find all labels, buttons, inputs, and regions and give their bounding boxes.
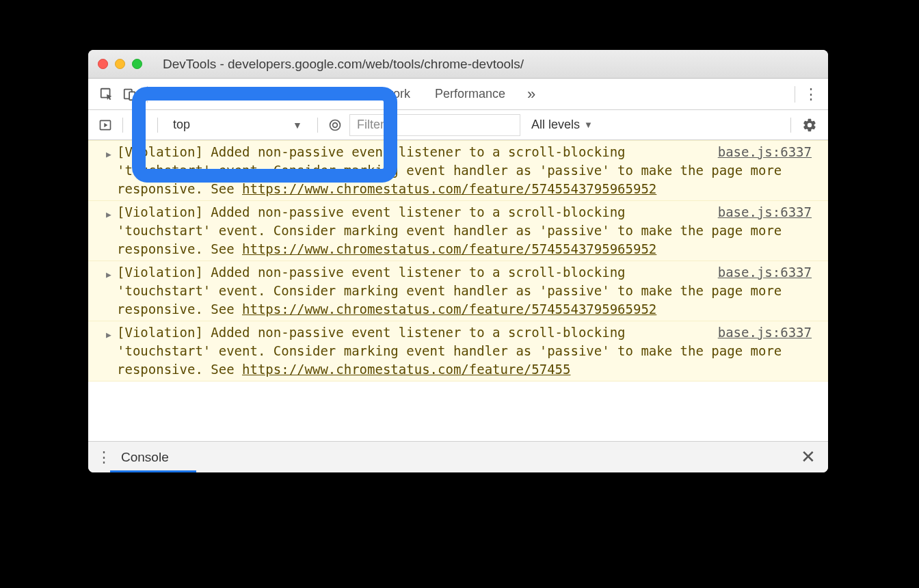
message-link[interactable]: https://www.chromestatus.com/feature/574… <box>242 181 656 196</box>
tab-network[interactable]: Network <box>353 79 423 109</box>
traffic-lights <box>98 59 142 69</box>
toggle-sidebar-icon[interactable] <box>95 115 116 135</box>
message-source-link[interactable]: base.js:6337 <box>718 263 812 282</box>
message-source-link[interactable]: base.js:6337 <box>718 203 812 222</box>
close-window-button[interactable] <box>98 59 108 69</box>
clear-console-icon[interactable] <box>130 115 150 135</box>
devtools-window: DevTools - developers.google.com/web/too… <box>88 50 828 472</box>
drawer-tab-console-label: Console <box>121 450 169 465</box>
drawer-menu-button[interactable]: ⋮ <box>95 449 113 466</box>
message-link[interactable]: https://www.chromestatus.com/feature/574… <box>242 241 656 256</box>
devtools-tabbar: ources Network Performance » ⋮ <box>88 79 828 110</box>
console-message[interactable]: ▶ base.js:6337 [Violation] Added non-pas… <box>88 201 828 261</box>
minimize-window-button[interactable] <box>115 59 125 69</box>
chevron-down-icon: ▼ <box>293 120 302 131</box>
chevron-down-icon: ▼ <box>584 120 593 130</box>
tab-network-label: Network <box>365 87 410 101</box>
console-message[interactable]: ▶ base.js:6337 [Violation] Added non-pas… <box>88 321 828 382</box>
console-filter-input[interactable] <box>349 114 520 136</box>
console-message[interactable]: ▶ base.js:6337 [Violation] Added non-pas… <box>88 140 828 201</box>
tabbar-divider-right <box>795 86 795 103</box>
message-source-link[interactable]: base.js:6337 <box>718 143 812 161</box>
maximize-window-button[interactable] <box>132 59 142 69</box>
tabs-overflow-label: » <box>527 85 535 103</box>
inspect-element-icon[interactable] <box>95 83 118 106</box>
window-title: DevTools - developers.google.com/web/too… <box>142 57 818 72</box>
drawer-tabbar: ⋮ Console ✕ <box>88 441 828 472</box>
svg-point-5 <box>333 122 338 127</box>
tab-sources-label: ources <box>304 87 341 101</box>
message-link[interactable]: https://www.chromestatus.com/feature/574… <box>242 302 656 317</box>
console-toolbar-divider-4 <box>790 118 791 133</box>
execution-context-label: top <box>173 118 190 132</box>
console-messages: ▶ base.js:6337 [Violation] Added non-pas… <box>88 140 828 441</box>
drawer-close-button[interactable]: ✕ <box>795 446 821 468</box>
console-toolbar-divider-1 <box>122 118 123 133</box>
devtools-menu-button[interactable]: ⋮ <box>801 85 821 103</box>
svg-point-6 <box>330 120 340 130</box>
expand-arrow-icon[interactable]: ▶ <box>106 145 111 163</box>
execution-context-selector[interactable]: top ▼ <box>165 118 310 132</box>
log-level-label: All levels <box>531 118 580 132</box>
window-titlebar: DevTools - developers.google.com/web/too… <box>88 50 828 79</box>
log-level-selector[interactable]: All levels ▼ <box>524 118 600 132</box>
console-toolbar: top ▼ All levels ▼ <box>88 110 828 140</box>
tab-sources[interactable]: ources <box>153 79 353 109</box>
expand-arrow-icon[interactable]: ▶ <box>106 325 111 344</box>
message-source-link[interactable]: base.js:6337 <box>718 323 812 342</box>
tabs-overflow-button[interactable]: » <box>518 85 545 103</box>
console-toolbar-divider-3 <box>317 118 318 133</box>
message-link[interactable]: https://www.chromestatus.com/feature/574… <box>242 362 570 377</box>
tab-performance[interactable]: Performance <box>423 79 518 109</box>
drawer-tab-console[interactable]: Console <box>121 442 169 472</box>
console-settings-icon[interactable] <box>798 113 821 137</box>
svg-rect-2 <box>129 92 135 100</box>
expand-arrow-icon[interactable]: ▶ <box>106 265 111 284</box>
expand-arrow-icon[interactable]: ▶ <box>106 205 111 224</box>
console-toolbar-divider-2 <box>157 118 158 133</box>
tab-performance-label: Performance <box>435 87 505 101</box>
tabbar-divider <box>147 86 148 103</box>
device-toolbar-icon[interactable] <box>118 83 142 106</box>
live-expression-icon[interactable] <box>325 115 345 135</box>
console-message[interactable]: ▶ base.js:6337 [Violation] Added non-pas… <box>88 261 828 321</box>
